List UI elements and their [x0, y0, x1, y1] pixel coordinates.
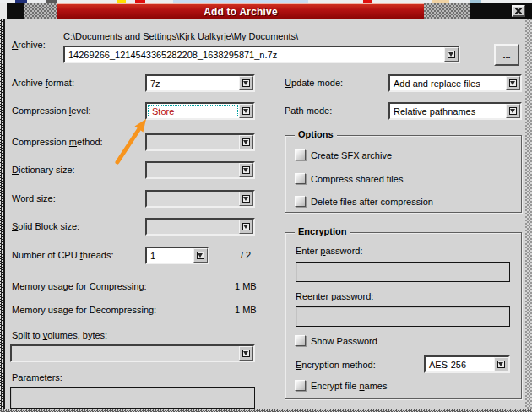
cpu-threads-total: / 2 — [241, 250, 251, 260]
update-mode-dropdown-button[interactable] — [506, 76, 520, 90]
show-password-label: Show Password — [311, 336, 377, 346]
compression-method-combo — [145, 133, 255, 151]
cpu-threads-combo[interactable]: 1 — [145, 247, 209, 264]
chevron-down-icon — [242, 138, 250, 146]
archive-name-input[interactable] — [65, 47, 444, 62]
path-mode-dropdown-button[interactable] — [506, 104, 520, 118]
window-border-bottom — [0, 409, 532, 412]
encryption-group-title: Encryption — [295, 226, 350, 236]
compression-level-dropdown-button[interactable] — [239, 104, 253, 118]
compress-shared-label: Compress shared files — [311, 174, 403, 184]
reenter-password-label: Reenter password: — [296, 291, 373, 301]
archive-label: Archive: — [12, 40, 46, 50]
word-size-combo — [145, 190, 255, 208]
options-group-title: Options — [295, 129, 337, 139]
browse-button[interactable]: ... — [494, 44, 519, 66]
archive-name-combo[interactable] — [63, 46, 460, 63]
titlebar-checker-right — [424, 3, 470, 19]
word-size-label: Word size: — [12, 193, 56, 203]
chevron-down-icon — [242, 350, 250, 357]
compress-shared-checkbox[interactable] — [295, 173, 306, 184]
update-mode-combo[interactable]: Add and replace files — [388, 74, 522, 92]
archive-format-label: Archive format: — [12, 78, 74, 88]
delete-after-label: Delete files after compression — [311, 197, 433, 207]
memory-compressing-value: 1 MB — [235, 281, 257, 291]
chevron-down-icon — [242, 223, 250, 230]
delete-after-checkbox[interactable] — [295, 196, 306, 207]
memory-compressing-label: Memory usage for Compressing: — [12, 281, 147, 291]
dictionary-size-label: Dictionary size: — [12, 165, 75, 175]
dictionary-size-dropdown-button — [239, 163, 253, 177]
memory-decompressing-value: 1 MB — [235, 305, 257, 315]
titlebar-left-decoration — [7, 3, 24, 19]
archive-format-dropdown-button[interactable] — [239, 76, 253, 90]
encrypt-names-label: Encrypt file names — [311, 381, 388, 391]
path-mode-label: Path mode: — [285, 106, 332, 116]
x-icon — [515, 8, 522, 14]
solid-block-size-combo — [145, 218, 255, 236]
chevron-down-icon — [448, 51, 455, 58]
chevron-down-icon — [497, 360, 505, 368]
enter-password-input[interactable] — [296, 262, 510, 282]
cpu-threads-dropdown-button[interactable] — [193, 248, 208, 263]
archive-format-combo[interactable]: 7z — [145, 74, 255, 92]
chevron-down-icon — [242, 79, 250, 87]
chevron-down-icon — [509, 79, 517, 87]
parameters-input[interactable] — [10, 387, 255, 409]
cpu-threads-label: Number of CPU threads: — [12, 250, 113, 260]
compression-method-dropdown-button — [239, 135, 253, 149]
encryption-method-combo[interactable]: AES-256 — [424, 355, 510, 373]
chevron-down-icon — [242, 166, 250, 174]
enter-password-label: Enter password: — [296, 246, 363, 256]
compression-level-label: Compression level: — [12, 106, 91, 116]
word-size-dropdown-button — [239, 192, 253, 206]
encryption-method-label: Encryption method: — [296, 360, 376, 370]
window-title: Add to Archive — [204, 6, 278, 18]
window-border-line — [3, 19, 5, 412]
compression-level-combo[interactable]: Store — [145, 102, 255, 120]
split-volumes-label: Split to volumes, bytes: — [12, 330, 107, 340]
chevron-down-icon — [242, 195, 250, 203]
split-volumes-combo — [10, 344, 255, 362]
chevron-down-icon — [509, 107, 517, 115]
reenter-password-input[interactable] — [296, 306, 510, 327]
chevron-down-icon — [242, 107, 250, 115]
dictionary-size-combo — [145, 161, 255, 179]
archive-path: C:\Documents and Settings\Kjrk Ualkyrje\… — [63, 31, 298, 41]
split-volumes-dropdown-button — [239, 346, 253, 360]
window-border-right — [525, 19, 532, 412]
screen: Add to Archive Archive: C:\Documents and… — [0, 0, 532, 412]
path-mode-combo[interactable]: Relative pathnames — [388, 102, 522, 120]
encrypt-names-checkbox[interactable] — [295, 380, 306, 391]
archive-name-dropdown-button[interactable] — [444, 47, 459, 62]
chevron-down-icon — [197, 252, 204, 259]
solid-block-size-label: Solid Block size: — [12, 221, 79, 231]
show-password-checkbox[interactable] — [295, 335, 306, 346]
titlebar-checker-left — [24, 3, 57, 19]
encryption-method-dropdown-button[interactable] — [494, 357, 508, 371]
memory-decompressing-label: Memory usage for Decompressing: — [12, 305, 156, 315]
create-sfx-label: Create SFX archive — [311, 150, 392, 160]
compression-method-label: Compression method: — [12, 137, 103, 147]
solid-block-size-dropdown-button — [239, 220, 253, 234]
parameters-label: Parameters: — [12, 372, 62, 382]
window-titlebar[interactable]: Add to Archive — [57, 3, 424, 19]
create-sfx-checkbox[interactable] — [295, 149, 306, 160]
close-button[interactable] — [512, 5, 525, 17]
update-mode-label: Update mode: — [285, 78, 343, 88]
